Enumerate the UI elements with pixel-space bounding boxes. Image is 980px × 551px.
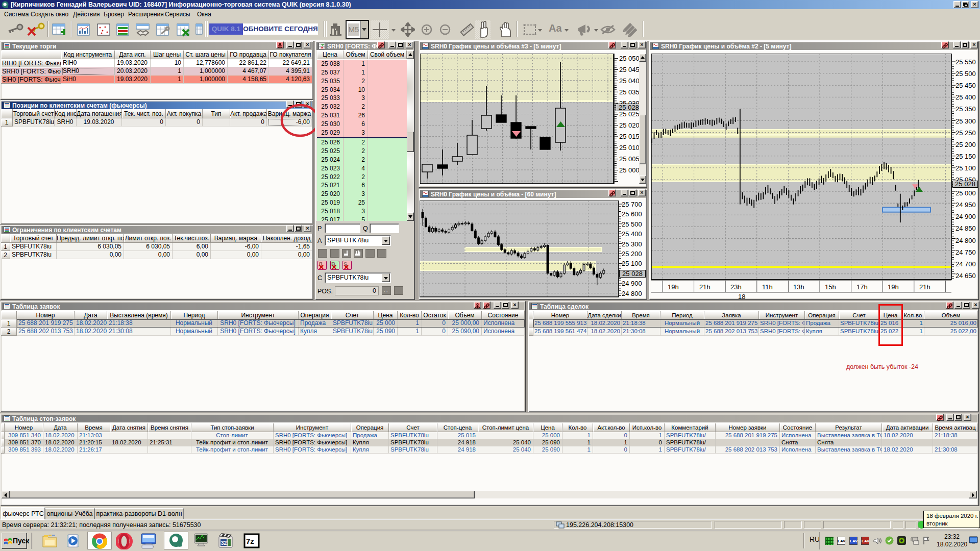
- svg-text:19h: 19h: [888, 283, 899, 291]
- svg-text:15h: 15h: [825, 283, 836, 291]
- svg-text:18: 18: [738, 293, 745, 300]
- svg-text:21h: 21h: [699, 283, 710, 291]
- svg-text:23h: 23h: [730, 283, 742, 291]
- svg-text:21h: 21h: [919, 283, 930, 291]
- svg-text:13h: 13h: [793, 283, 804, 291]
- svg-text:7z: 7z: [246, 537, 254, 545]
- svg-text:11h: 11h: [762, 283, 773, 291]
- svg-text:19h: 19h: [668, 283, 679, 291]
- svg-text:17h: 17h: [856, 283, 868, 291]
